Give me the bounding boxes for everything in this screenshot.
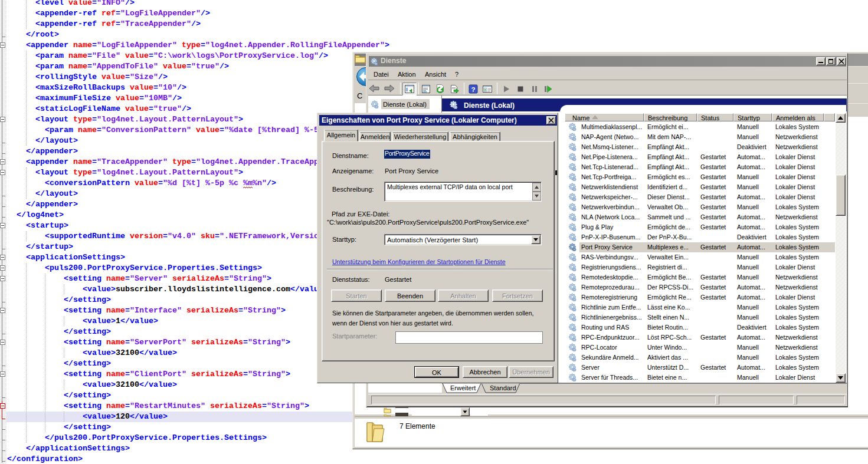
svg-text:?: ? xyxy=(471,86,475,93)
